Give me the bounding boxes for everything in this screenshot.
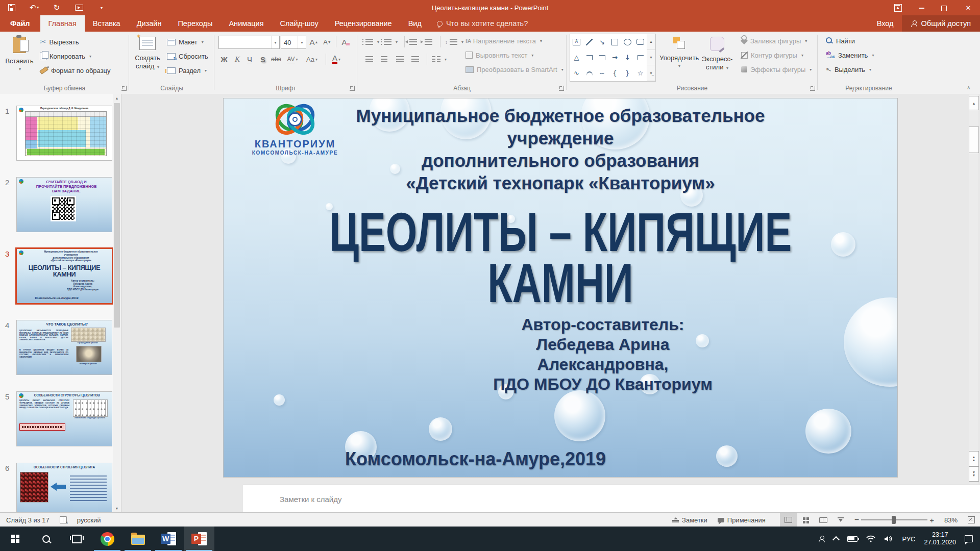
- shape-down-ar[interactable]: ↓: [625, 54, 630, 61]
- spellcheck-status[interactable]: [55, 513, 72, 527]
- scroll-thumb[interactable]: [969, 127, 979, 153]
- sign-in-button[interactable]: Вход: [869, 15, 902, 32]
- taskbar-word-button[interactable]: W: [153, 527, 184, 551]
- shape-outline-button[interactable]: Контур фигуры▾: [741, 49, 803, 61]
- shapes-scroll-up-icon[interactable]: ▲: [647, 34, 655, 50]
- wifi-icon[interactable]: [866, 535, 875, 542]
- shape-curve-icon[interactable]: ~: [599, 70, 605, 77]
- language-status[interactable]: русский: [72, 513, 106, 527]
- justify-button[interactable]: [411, 53, 419, 65]
- thumbnails-scroll-thumb[interactable]: [114, 103, 120, 328]
- slide-footer-textbox[interactable]: Комсомольск-на-Амуре,2019: [345, 448, 606, 470]
- shape-right-brace-icon[interactable]: }: [625, 70, 629, 77]
- paste-button[interactable]: Вставить▾: [3, 34, 36, 92]
- shape-fill-button[interactable]: Заливка фигуры▾: [741, 35, 807, 47]
- slide-canvas[interactable]: КВАНТОРИУМ КОМСОМОЛЬСК-НА-АМУРЕ Муниципа…: [223, 98, 898, 478]
- start-button[interactable]: [0, 527, 31, 551]
- close-button[interactable]: ✕: [957, 0, 980, 15]
- zoom-in-button[interactable]: +: [929, 513, 939, 527]
- tab-home[interactable]: Главная: [40, 15, 85, 32]
- columns-button[interactable]: ▾: [432, 53, 447, 65]
- change-case-button[interactable]: Aa▾: [306, 53, 317, 65]
- volume-icon[interactable]: [884, 535, 893, 542]
- shapes-more-icon[interactable]: ▼̲: [647, 65, 655, 81]
- next-slide-button[interactable]: ▼▼: [969, 466, 979, 482]
- tab-animations[interactable]: Анимация: [220, 15, 272, 32]
- shape-corner-icon[interactable]: [638, 55, 644, 60]
- zoom-slider-thumb[interactable]: [892, 516, 896, 524]
- align-left-button[interactable]: [365, 53, 373, 65]
- battery-icon[interactable]: [847, 536, 857, 542]
- tab-insert[interactable]: Вставка: [85, 15, 129, 32]
- cut-button[interactable]: ✂Вырезать: [40, 36, 79, 48]
- layout-button[interactable]: Макет▾: [167, 36, 204, 48]
- increase-indent-button[interactable]: [425, 36, 432, 48]
- find-button[interactable]: Найти: [826, 35, 855, 47]
- tab-view[interactable]: Вид: [400, 15, 430, 32]
- minimize-button[interactable]: [910, 0, 933, 15]
- shape-right-arrow-icon[interactable]: →: [612, 54, 618, 61]
- taskbar-clock[interactable]: 23:17 27.01.2020: [924, 531, 956, 546]
- font-dialog-launcher[interactable]: [350, 86, 355, 91]
- zoom-level[interactable]: 83%: [939, 513, 963, 527]
- decrease-indent-button[interactable]: [409, 36, 417, 48]
- zoom-slider[interactable]: [861, 519, 927, 520]
- shapes-gallery[interactable]: A ↘ △ → ↓ ∿ ~ { } ☆: [570, 34, 647, 82]
- paragraph-dialog-launcher[interactable]: [559, 86, 564, 91]
- ribbon-display-options-button[interactable]: [886, 0, 910, 15]
- task-view-button[interactable]: [61, 527, 92, 551]
- format-painter-button[interactable]: Формат по образцу: [40, 64, 111, 77]
- italic-button[interactable]: К: [232, 53, 243, 65]
- input-language-indicator[interactable]: РУС: [902, 535, 915, 543]
- shapes-gallery-scrollbar[interactable]: ▲ ▼ ▼̲: [647, 34, 656, 82]
- shape-elbow-arrow-icon[interactable]: [599, 55, 605, 60]
- convert-smartart-button[interactable]: Преобразовать в SmartArt▾: [465, 63, 564, 76]
- thumbnails-scroll-down-icon[interactable]: ▼: [113, 504, 121, 512]
- previous-slide-button[interactable]: ▲▲: [969, 451, 979, 466]
- underline-button[interactable]: Ч: [244, 53, 255, 65]
- main-scrollbar[interactable]: ▲ ▲▲ ▼▼: [969, 94, 978, 484]
- hidden-icons-chevron[interactable]: [832, 536, 840, 543]
- tab-review[interactable]: Рецензирование: [327, 15, 400, 32]
- notes-toggle-button[interactable]: Заметки: [667, 513, 713, 527]
- clear-formatting-button[interactable]: А: [340, 36, 351, 48]
- drawing-dialog-launcher[interactable]: [810, 86, 815, 91]
- action-center-icon[interactable]: [965, 535, 973, 542]
- shape-star-icon[interactable]: ☆: [638, 70, 644, 77]
- align-center-button[interactable]: [381, 53, 387, 65]
- shape-left-brace-icon[interactable]: {: [612, 70, 617, 77]
- shape-textbox-icon[interactable]: A: [573, 39, 580, 45]
- new-slide-button[interactable]: Создать слайд ▾: [131, 34, 164, 92]
- tab-design[interactable]: Дизайн: [129, 15, 170, 32]
- font-name-combo[interactable]: ▾: [218, 36, 280, 49]
- shape-oval-icon[interactable]: [624, 39, 631, 45]
- shape-triangle-icon[interactable]: △: [574, 54, 579, 61]
- copy-button[interactable]: Копировать▾: [40, 50, 91, 62]
- clipboard-dialog-launcher[interactable]: [121, 86, 127, 91]
- tab-file[interactable]: Файл: [0, 15, 40, 32]
- comments-toggle-button[interactable]: Примечания: [713, 513, 771, 527]
- quick-styles-button[interactable]: Экспресс- стили ▾: [698, 34, 736, 92]
- shape-elbow-icon[interactable]: [586, 55, 593, 60]
- thumbnails-scroll-up-icon[interactable]: ▲: [113, 94, 121, 102]
- tab-slideshow[interactable]: Слайд-шоу: [272, 15, 327, 32]
- text-direction-button[interactable]: ‖AНаправление текста▾: [465, 35, 542, 47]
- people-icon[interactable]: [819, 536, 825, 542]
- bold-button[interactable]: Ж: [218, 53, 230, 65]
- reading-view-button[interactable]: [815, 513, 832, 527]
- slideshow-view-button[interactable]: [832, 513, 849, 527]
- bullets-button[interactable]: ▾: [365, 36, 379, 48]
- collapse-ribbon-button[interactable]: ∧: [967, 86, 973, 90]
- taskbar-powerpoint-button[interactable]: P: [184, 527, 214, 551]
- strikethrough-button[interactable]: abc: [271, 53, 282, 65]
- scroll-up-button[interactable]: ▲: [969, 96, 979, 110]
- shapes-scroll-down-icon[interactable]: ▼: [647, 50, 655, 66]
- text-shadow-button[interactable]: S: [257, 53, 268, 65]
- taskbar-explorer-button[interactable]: [122, 527, 153, 551]
- thumbnails-scrollbar[interactable]: ▲ ▼: [113, 94, 121, 512]
- tab-transitions[interactable]: Переходы: [169, 15, 220, 32]
- slide-header-textbox[interactable]: Муниципальное бюджетное образовательное …: [224, 105, 897, 194]
- select-button[interactable]: ↖Выделить▾: [826, 63, 871, 76]
- taskbar-chrome-button[interactable]: [92, 527, 122, 551]
- numbering-button[interactable]: ▾: [384, 36, 398, 48]
